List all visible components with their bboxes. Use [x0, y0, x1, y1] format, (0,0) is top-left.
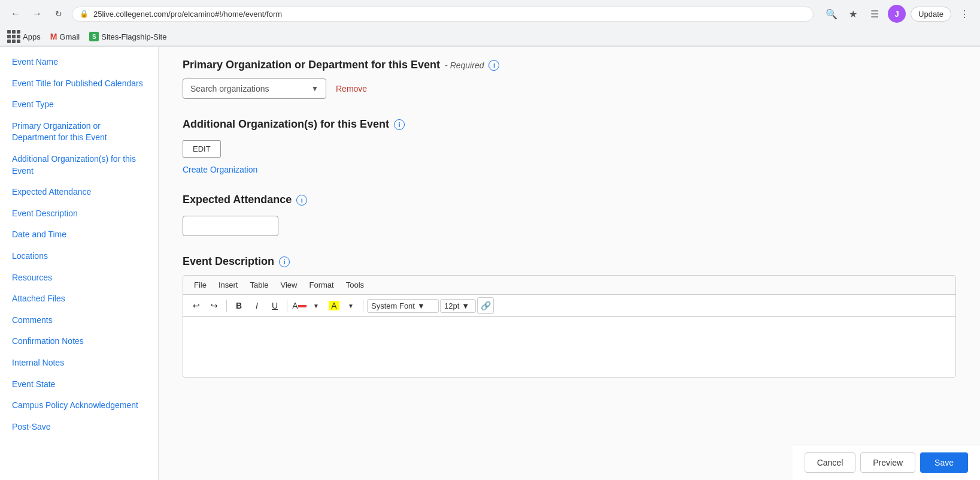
sidebar-item-event-name[interactable]: Event Name [0, 52, 158, 73]
event-description-title: Event Description i [183, 255, 956, 268]
editor-menu-format[interactable]: Format [304, 278, 340, 292]
font-size-chevron: ▼ [462, 301, 469, 310]
search-icon-btn[interactable]: 🔍 [823, 5, 840, 22]
highlight-button[interactable]: A [326, 297, 342, 314]
font-color-button[interactable]: A [291, 297, 308, 314]
sidebar-item-event-type[interactable]: Event Type [0, 94, 158, 116]
reload-button[interactable]: ↻ [50, 5, 67, 22]
search-org-dropdown[interactable]: Search organizations ▼ [183, 79, 326, 99]
sidebar-item-internal-notes[interactable]: Internal Notes [0, 352, 158, 374]
font-color-dropdown[interactable]: ▼ [308, 297, 324, 314]
highlight-color-group: A ▼ [326, 297, 359, 314]
cancel-button[interactable]: Cancel [805, 452, 856, 473]
redo-button[interactable]: ↪ [206, 297, 223, 314]
sidebar-item-primary-org[interactable]: Primary Organization or Department for t… [0, 116, 158, 149]
url-text: 25live.collegenet.com/pro/elcamino#!/hom… [93, 10, 282, 19]
sidebar-item-post-save[interactable]: Post-Save [0, 416, 158, 438]
browser-chrome: ← → ↻ 🔒 25live.collegenet.com/pro/elcami… [0, 0, 980, 47]
tab-menu-button[interactable]: ☰ [866, 5, 883, 22]
event-description-section: Event Description i File Insert Table Vi… [183, 255, 956, 378]
additional-org-info-icon[interactable]: i [394, 119, 405, 130]
sidebar-item-event-description[interactable]: Event Description [0, 203, 158, 225]
sidebar-item-additional-org[interactable]: Additional Organization(s) for this Even… [0, 149, 158, 182]
italic-button[interactable]: I [248, 297, 265, 314]
app-container: Event Name Event Title for Published Cal… [0, 47, 980, 480]
toolbar-divider-2 [287, 300, 287, 312]
main-content: Primary Organization or Department for t… [159, 47, 980, 480]
gmail-icon: M [50, 32, 57, 41]
editor-menu-table[interactable]: Table [244, 278, 274, 292]
toolbar-divider-3 [363, 300, 363, 312]
create-org-link[interactable]: Create Organization [183, 165, 257, 174]
apps-grid-icon [7, 30, 20, 43]
forward-button[interactable]: → [29, 5, 45, 22]
search-org-row: Search organizations ▼ Remove [183, 79, 956, 99]
sites-icon: S [89, 32, 99, 41]
font-family-select[interactable]: System Font ▼ [367, 299, 439, 313]
sidebar: Event Name Event Title for Published Cal… [0, 47, 159, 480]
font-size-label: 12pt [444, 301, 459, 310]
font-color-indicator [298, 305, 307, 307]
bookmark-sites[interactable]: S Sites-Flagship-Site [89, 32, 166, 41]
attendance-input[interactable] [183, 216, 278, 236]
font-family-label: System Font [371, 301, 415, 310]
sidebar-item-expected-attendance[interactable]: Expected Attendance [0, 182, 158, 203]
more-menu-button[interactable]: ⋮ [956, 5, 973, 22]
bookmark-gmail[interactable]: M Gmail [50, 32, 80, 41]
primary-org-info-icon[interactable]: i [489, 60, 499, 71]
required-label: - Required [445, 61, 484, 70]
apps-label: Apps [23, 32, 41, 41]
expected-attendance-section: Expected Attendance i [183, 194, 956, 236]
profile-button[interactable]: J [888, 5, 906, 23]
back-button[interactable]: ← [7, 5, 24, 22]
address-bar[interactable]: 🔒 25live.collegenet.com/pro/elcamino#!/h… [72, 7, 814, 22]
sidebar-item-event-title[interactable]: Event Title for Published Calendars [0, 73, 158, 95]
preview-button[interactable]: Preview [860, 452, 915, 473]
sidebar-item-attached-files[interactable]: Attached Files [0, 288, 158, 310]
bookmarks-bar: Apps M Gmail S Sites-Flagship-Site [0, 28, 980, 46]
primary-org-title: Primary Organization or Department for t… [183, 59, 956, 71]
font-color-group: A ▼ [291, 297, 324, 314]
primary-org-section: Primary Organization or Department for t… [183, 59, 956, 99]
event-description-info-icon[interactable]: i [279, 256, 290, 267]
expected-attendance-title: Expected Attendance i [183, 194, 956, 206]
expected-attendance-info-icon[interactable]: i [296, 195, 307, 206]
underline-button[interactable]: U [266, 297, 283, 314]
edit-org-button[interactable]: EDIT [183, 140, 221, 158]
link-button[interactable]: 🔗 [477, 297, 494, 314]
toolbar-divider-1 [226, 300, 227, 312]
sidebar-item-resources[interactable]: Resources [0, 267, 158, 289]
browser-nav: ← → ↻ 🔒 25live.collegenet.com/pro/elcami… [0, 0, 980, 28]
font-size-select[interactable]: 12pt ▼ [440, 299, 476, 313]
action-bar: Cancel Preview Save [793, 445, 980, 480]
search-org-placeholder: Search organizations [190, 84, 269, 93]
sidebar-item-comments[interactable]: Comments [0, 310, 158, 331]
sidebar-item-locations[interactable]: Locations [0, 246, 158, 267]
star-button[interactable]: ★ [845, 5, 861, 22]
editor-menubar: File Insert Table View Format Tools [183, 276, 955, 295]
bookmark-apps[interactable]: Apps [7, 30, 41, 43]
editor-body[interactable] [183, 317, 955, 377]
font-family-chevron: ▼ [417, 301, 425, 310]
sidebar-item-date-time[interactable]: Date and Time [0, 224, 158, 246]
sidebar-item-campus-policy[interactable]: Campus Policy Acknowledgement [0, 395, 158, 416]
undo-button[interactable]: ↩ [188, 297, 205, 314]
editor-menu-insert[interactable]: Insert [213, 278, 244, 292]
editor-menu-tools[interactable]: Tools [340, 278, 370, 292]
lock-icon: 🔒 [80, 10, 89, 18]
bold-button[interactable]: B [230, 297, 247, 314]
sidebar-item-confirmation-notes[interactable]: Confirmation Notes [0, 331, 158, 352]
highlight-color-dropdown[interactable]: ▼ [342, 297, 359, 314]
sidebar-item-event-state[interactable]: Event State [0, 374, 158, 396]
editor-menu-view[interactable]: View [275, 278, 304, 292]
editor-menu-file[interactable]: File [188, 278, 213, 292]
gmail-label: Gmail [59, 32, 80, 41]
rich-text-editor: File Insert Table View Format Tools ↩ ↪ … [183, 275, 956, 378]
browser-icons: 🔍 ★ ☰ J Update ⋮ [823, 5, 973, 23]
save-button[interactable]: Save [920, 452, 968, 473]
editor-toolbar: ↩ ↪ B I U A ▼ A [183, 295, 955, 317]
remove-org-link[interactable]: Remove [336, 84, 367, 93]
additional-org-section: Additional Organization(s) for this Even… [183, 118, 956, 174]
update-button[interactable]: Update [911, 7, 951, 22]
additional-org-title: Additional Organization(s) for this Even… [183, 118, 956, 131]
